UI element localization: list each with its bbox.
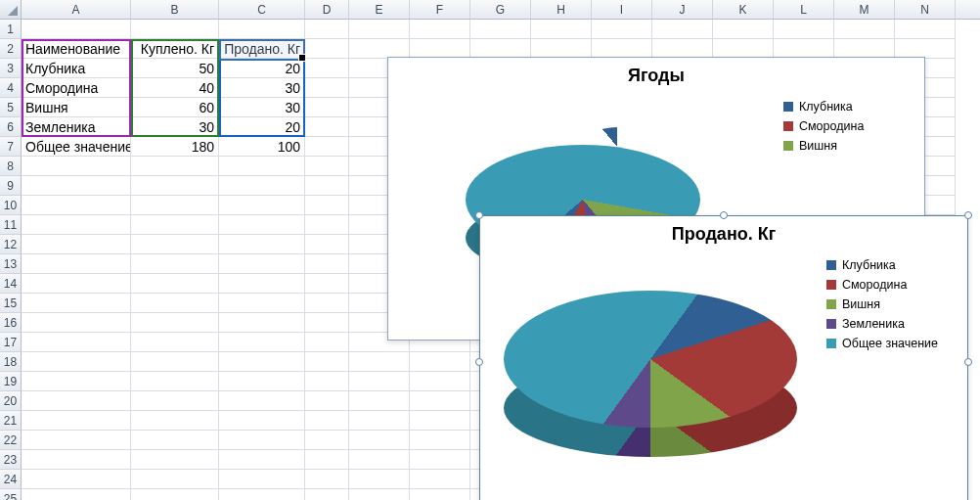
cell[interactable] [349,431,410,450]
cell[interactable] [22,450,131,470]
cell[interactable] [22,157,131,176]
cell[interactable] [131,274,219,294]
row-header[interactable]: 3 [0,59,22,78]
cell[interactable] [305,411,349,431]
cell[interactable] [531,20,592,39]
cell[interactable] [219,254,305,274]
cell[interactable]: 60 [131,98,219,117]
cell[interactable] [22,274,131,294]
cell[interactable] [349,372,410,391]
cell[interactable] [22,20,131,39]
cell[interactable] [131,215,219,235]
cell[interactable]: 20 [219,59,305,78]
row-header[interactable]: 8 [0,157,22,176]
cell[interactable] [349,391,410,411]
cell[interactable] [410,20,470,39]
col-header-E[interactable]: E [349,0,410,19]
cell[interactable] [305,117,349,137]
cell[interactable] [131,196,219,215]
cell[interactable] [131,470,219,489]
cell[interactable] [131,235,219,254]
worksheet-grid[interactable]: 12НаименованиеКуплено. КгПродано. Кг3Клу… [0,20,980,500]
cell[interactable] [531,39,592,59]
cell[interactable] [305,20,349,39]
row-header[interactable]: 14 [0,274,22,294]
row-header[interactable]: 19 [0,372,22,391]
cell[interactable] [219,470,305,489]
cell[interactable] [219,372,305,391]
cell[interactable] [410,411,470,431]
cell[interactable] [349,39,410,59]
cell[interactable] [305,59,349,78]
row-header[interactable]: 23 [0,450,22,470]
cell[interactable]: Клубника [22,59,131,78]
cell[interactable] [219,333,305,352]
cell[interactable] [131,411,219,431]
cell[interactable] [410,470,470,489]
col-header-J[interactable]: J [652,0,713,19]
cell[interactable]: Вишня [22,98,131,117]
cell[interactable] [219,235,305,254]
cell[interactable] [349,489,410,500]
cell[interactable]: 40 [131,78,219,98]
row-header[interactable]: 2 [0,39,22,59]
chart-prodano[interactable]: Продано. Кг Клубника Смородина Вишня Зем… [479,215,968,500]
cell[interactable] [713,39,774,59]
cell[interactable] [592,39,652,59]
cell[interactable] [305,235,349,254]
cell[interactable] [410,489,470,500]
cell[interactable] [131,20,219,39]
cell[interactable] [22,196,131,215]
cell[interactable] [219,352,305,372]
cell[interactable] [22,176,131,196]
select-all-corner[interactable] [0,0,22,19]
row-header[interactable]: 18 [0,352,22,372]
cell[interactable] [22,431,131,450]
cell[interactable]: Куплено. Кг [131,39,219,59]
cell[interactable] [219,176,305,196]
resize-handle[interactable] [475,211,483,219]
cell[interactable] [219,391,305,411]
cell[interactable]: 50 [131,59,219,78]
resize-handle[interactable] [720,211,728,219]
cell[interactable] [22,294,131,313]
cell[interactable] [219,294,305,313]
cell[interactable]: Продано. Кг [219,39,305,59]
cell[interactable] [219,274,305,294]
cell[interactable] [305,470,349,489]
cell[interactable]: 100 [219,137,305,157]
cell[interactable] [895,20,956,39]
cell[interactable] [22,391,131,411]
cell[interactable] [349,352,410,372]
row-header[interactable]: 22 [0,431,22,450]
row-header[interactable]: 6 [0,117,22,137]
cell[interactable] [305,274,349,294]
cell[interactable] [22,470,131,489]
col-header-I[interactable]: I [592,0,652,19]
cell[interactable] [131,431,219,450]
cell[interactable] [131,176,219,196]
resize-handle[interactable] [964,358,972,366]
col-header-K[interactable]: K [713,0,774,19]
cell[interactable] [349,20,410,39]
cell[interactable] [305,98,349,117]
row-header[interactable]: 7 [0,137,22,157]
row-header[interactable]: 17 [0,333,22,352]
cell[interactable]: Земленика [22,117,131,137]
cell[interactable] [22,333,131,352]
cell[interactable]: Общее значение [22,137,131,157]
cell[interactable] [219,157,305,176]
cell[interactable] [305,215,349,235]
cell[interactable] [219,196,305,215]
cell[interactable]: 20 [219,117,305,137]
row-header[interactable]: 13 [0,254,22,274]
row-header[interactable]: 11 [0,215,22,235]
resize-handle[interactable] [964,211,972,219]
cell[interactable] [305,333,349,352]
cell[interactable] [410,372,470,391]
cell[interactable] [305,431,349,450]
cell[interactable] [349,411,410,431]
col-header-F[interactable]: F [410,0,470,19]
col-header-D[interactable]: D [305,0,349,19]
row-header[interactable]: 9 [0,176,22,196]
